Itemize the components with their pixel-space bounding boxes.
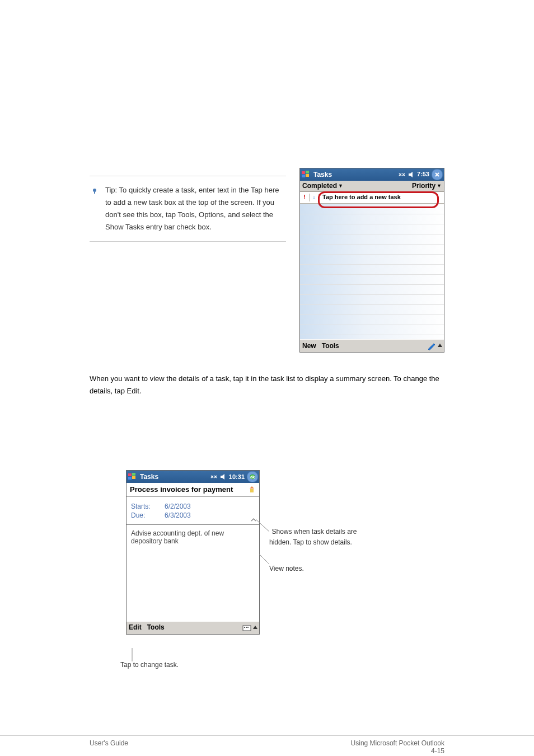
entry-bar: ! ↓ Tap here to add a new task bbox=[300, 192, 444, 204]
starts-label: Starts: bbox=[131, 503, 165, 510]
ppc-tasks-list: Tasks 7:53 Completed bbox=[299, 168, 444, 353]
titlebar-title: Tasks bbox=[140, 473, 210, 481]
titlebar[interactable]: Tasks 10:31 ok bbox=[127, 471, 259, 483]
bottom-menu-bar: New Tools bbox=[300, 339, 444, 352]
svg-rect-14 bbox=[244, 627, 245, 628]
footer-left: User's Guide bbox=[90, 739, 128, 755]
menu-new[interactable]: New bbox=[302, 342, 316, 350]
screenshot-1: Tasks 7:53 Completed bbox=[299, 168, 444, 353]
task-subject-row[interactable]: Process invoices for payment bbox=[127, 483, 259, 497]
annotation-1-leader-line bbox=[256, 519, 273, 536]
bottom-menu-bar: Edit Tools bbox=[127, 621, 259, 634]
status-icons: 7:53 bbox=[398, 169, 443, 180]
svg-text:ok: ok bbox=[250, 475, 255, 479]
speaker-icon[interactable] bbox=[220, 473, 227, 480]
svg-point-0 bbox=[93, 189, 96, 192]
ok-button[interactable]: ok bbox=[247, 471, 258, 482]
start-flag-icon[interactable] bbox=[128, 472, 138, 482]
ppc-task-detail: Tasks 10:31 ok Process invoices for paym… bbox=[126, 470, 260, 634]
footer-chapter: Using Microsoft Pocket Outlook bbox=[351, 739, 444, 747]
footer-right: Using Microsoft Pocket Outlook 4-15 bbox=[351, 739, 444, 755]
sip-up-icon[interactable] bbox=[437, 341, 443, 350]
sort-priority[interactable]: Priority ▼ bbox=[412, 182, 442, 190]
pen-icon[interactable] bbox=[427, 341, 436, 350]
filter-completed-label: Completed bbox=[302, 182, 337, 190]
svg-rect-7 bbox=[132, 473, 135, 476]
svg-rect-2 bbox=[302, 171, 305, 174]
menu-edit[interactable]: Edit bbox=[129, 623, 142, 631]
annotation-2: View notes. bbox=[269, 563, 359, 574]
top-section: Tip: To quickly create a task, enter tex… bbox=[90, 168, 444, 353]
svg-rect-5 bbox=[306, 174, 309, 177]
footer-page: 4-15 bbox=[431, 747, 444, 755]
svg-rect-9 bbox=[132, 476, 135, 479]
annotation-3: Tap to change task. bbox=[120, 659, 232, 670]
svg-line-17 bbox=[256, 519, 269, 532]
annotated-screenshot-block: Tasks 10:31 ok Process invoices for paym… bbox=[126, 470, 350, 634]
tip-row: Tip: To quickly create a task, enter tex… bbox=[90, 184, 286, 233]
task-notes-text: Advise accounting dept. of new depositor… bbox=[131, 529, 224, 545]
tip-icon bbox=[90, 184, 101, 195]
task-dates[interactable]: Starts: 6/2/2003 Due: 6/3/2003 bbox=[127, 497, 259, 525]
clock-time[interactable]: 10:31 bbox=[229, 473, 245, 481]
annotation-3-label: Tap to change task. bbox=[120, 661, 179, 669]
annotation-2-leader-line bbox=[259, 554, 276, 571]
task-list-area[interactable] bbox=[300, 204, 444, 339]
page: Tip: To quickly create a task, enter tex… bbox=[0, 0, 534, 756]
due-value: 6/3/2003 bbox=[165, 511, 255, 519]
sort-priority-label: Priority bbox=[412, 182, 435, 190]
task-subject: Process invoices for payment bbox=[130, 485, 233, 494]
page-footer: User's Guide Using Microsoft Pocket Outl… bbox=[0, 735, 534, 756]
priority-high-icon[interactable]: ! bbox=[300, 194, 310, 201]
svg-rect-6 bbox=[128, 473, 132, 476]
content: Tip: To quickly create a task, enter tex… bbox=[0, 168, 534, 635]
clock-time[interactable]: 7:53 bbox=[417, 171, 429, 178]
svg-rect-12 bbox=[250, 489, 254, 492]
svg-rect-16 bbox=[247, 627, 249, 628]
svg-rect-8 bbox=[128, 477, 132, 480]
svg-rect-13 bbox=[243, 626, 251, 631]
connectivity-icon[interactable] bbox=[210, 473, 218, 480]
sip-up-icon[interactable] bbox=[252, 623, 258, 632]
svg-rect-1 bbox=[94, 192, 95, 194]
filter-completed[interactable]: Completed ▼ bbox=[302, 182, 343, 190]
svg-rect-4 bbox=[302, 175, 305, 177]
annotation-1-label: Shows when task details are hidden. Tap … bbox=[269, 528, 357, 546]
svg-line-18 bbox=[259, 554, 269, 564]
titlebar[interactable]: Tasks 7:53 bbox=[300, 168, 444, 181]
middle-paragraph: When you want to view the details of a t… bbox=[90, 373, 444, 397]
starts-value: 6/2/2003 bbox=[165, 503, 255, 510]
filter-toolbar: Completed ▼ Priority ▼ bbox=[300, 181, 444, 192]
start-flag-icon[interactable] bbox=[301, 170, 311, 180]
titlebar-title: Tasks bbox=[313, 171, 398, 179]
new-task-input[interactable]: Tap here to add a new task bbox=[319, 194, 444, 201]
annotation-3-leader-line bbox=[132, 648, 133, 661]
chevron-down-icon: ▼ bbox=[437, 183, 442, 189]
connectivity-icon[interactable] bbox=[398, 171, 406, 178]
due-label: Due: bbox=[131, 511, 165, 519]
svg-rect-3 bbox=[306, 171, 309, 173]
status-icons: 10:31 ok bbox=[210, 471, 258, 482]
tip-text: Tip: To quickly create a task, enter tex… bbox=[105, 184, 286, 233]
close-icon[interactable] bbox=[432, 169, 443, 180]
tip-text-block: Tip: To quickly create a task, enter tex… bbox=[90, 168, 286, 250]
menu-tools[interactable]: Tools bbox=[147, 623, 165, 631]
chevron-down-icon: ▼ bbox=[338, 183, 343, 189]
new-task-placeholder: Tap here to add a new task bbox=[322, 194, 401, 200]
menu-tools[interactable]: Tools bbox=[322, 342, 339, 350]
svg-rect-15 bbox=[246, 627, 247, 628]
task-notes[interactable]: Advise accounting dept. of new depositor… bbox=[127, 525, 259, 621]
priority-low-icon[interactable]: ↓ bbox=[310, 194, 319, 201]
annotation-1: Shows when task details are hidden. Tap … bbox=[269, 526, 359, 547]
reminder-icon bbox=[248, 486, 256, 494]
speaker-icon[interactable] bbox=[408, 171, 415, 178]
sip-keyboard-icon[interactable] bbox=[242, 623, 251, 631]
